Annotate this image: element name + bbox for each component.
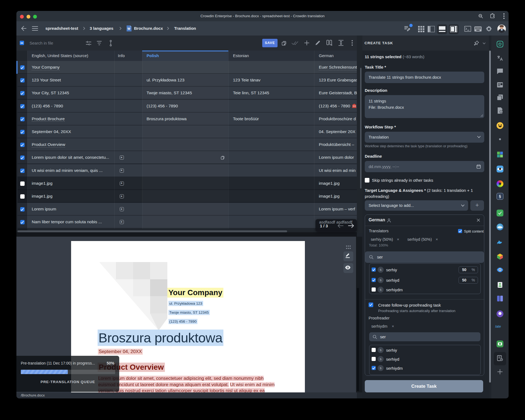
svg-text:W: W bbox=[127, 27, 130, 30]
